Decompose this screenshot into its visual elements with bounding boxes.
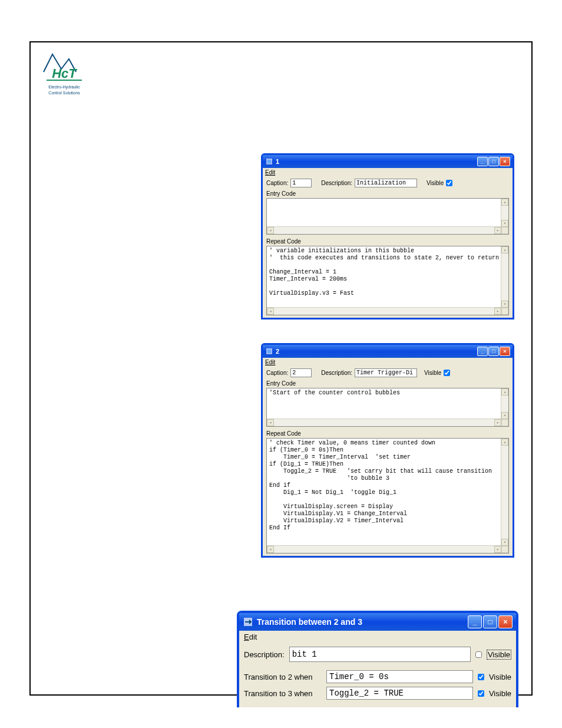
desc-visible-checkbox[interactable]: [475, 651, 482, 658]
minimize-button[interactable]: _: [477, 347, 488, 356]
visible-label: Visible: [424, 370, 441, 376]
svg-text:HcT: HcT: [52, 66, 77, 81]
company-logo: HcT Electro-Hydraulic Control Solutions: [38, 48, 91, 95]
minimize-button[interactable]: _: [468, 615, 482, 628]
state-editor-window-1: 1 _ □ × Edit Caption: Description: Visib…: [261, 153, 514, 319]
scroll-right-icon[interactable]: ▸: [494, 419, 501, 426]
repeat-code-box[interactable]: ' variable initializations in this bubbl…: [266, 246, 509, 315]
transition-3-label: Transition to 3 when: [244, 689, 322, 698]
scroll-left-icon[interactable]: ◂: [267, 308, 274, 315]
scroll-right-icon[interactable]: ▸: [494, 227, 501, 234]
titlebar-2[interactable]: 2 _ □ ×: [263, 345, 513, 358]
scroll-down-icon[interactable]: ▾: [501, 539, 508, 546]
close-button[interactable]: ×: [498, 615, 513, 628]
scroll-left-icon[interactable]: ◂: [267, 227, 274, 234]
scroll-down-icon[interactable]: ▾: [501, 301, 508, 308]
transition-2-input[interactable]: [326, 670, 473, 683]
transition-2-label: Transition to 2 when: [244, 673, 322, 681]
scroll-down-icon[interactable]: ▾: [501, 412, 508, 419]
titlebar-3[interactable]: Transition between 2 and 3 _ □ ×: [239, 613, 516, 631]
transition-editor-window: Transition between 2 and 3 _ □ × Edit De…: [237, 611, 518, 707]
minimize-button[interactable]: _: [477, 157, 488, 166]
description-label: Description:: [321, 370, 352, 376]
window-icon: [265, 347, 273, 355]
window-2-title: 2: [276, 348, 477, 355]
trans3-visible-label: Visible: [489, 689, 511, 698]
visible-checkbox[interactable]: [444, 370, 450, 376]
trans2-visible-label: Visible: [489, 673, 511, 681]
transition-3-input[interactable]: [326, 687, 473, 700]
description-input[interactable]: [355, 179, 417, 187]
description-input[interactable]: [355, 368, 417, 377]
caption-input[interactable]: [290, 179, 312, 187]
page-frame: HcT Electro-Hydraulic Control Solutions …: [29, 41, 533, 696]
desc-visible-label: Visible: [487, 650, 511, 660]
svg-rect-5: [267, 350, 271, 353]
logo-tagline-1: Electro-Hydraulic: [38, 85, 91, 90]
caption-label: Caption:: [266, 370, 288, 376]
description-label: Description:: [321, 180, 352, 186]
window-icon: [243, 617, 253, 627]
entry-code-label: Entry Code: [263, 379, 513, 387]
state-editor-window-2: 2 _ □ × Edit Caption: Description: Visib…: [261, 343, 514, 558]
menu-edit[interactable]: Edit: [263, 168, 513, 177]
description-label: Description:: [244, 650, 285, 659]
repeat-code-label: Repeat Code: [263, 429, 513, 437]
window-1-title: 1: [276, 158, 477, 165]
maximize-button[interactable]: □: [483, 615, 497, 628]
scroll-down-icon[interactable]: ▾: [501, 220, 508, 227]
scroll-up-icon[interactable]: ▴: [501, 388, 508, 396]
trans2-visible-checkbox[interactable]: [478, 674, 484, 680]
maximize-button[interactable]: □: [488, 347, 499, 356]
visible-checkbox[interactable]: [446, 180, 452, 186]
scroll-right-icon[interactable]: ▸: [494, 546, 501, 553]
scroll-up-icon[interactable]: ▴: [501, 246, 508, 253]
scroll-right-icon[interactable]: ▸: [494, 308, 501, 315]
menu-edit[interactable]: Edit: [239, 631, 516, 643]
repeat-code-box[interactable]: ' check Timer value, 0 means timer count…: [266, 438, 509, 554]
caption-input[interactable]: [290, 368, 312, 377]
trans3-visible-checkbox[interactable]: [478, 690, 484, 697]
menu-edit[interactable]: Edit: [263, 358, 513, 367]
logo-tagline-2: Control Solutions: [38, 91, 91, 95]
entry-code-text[interactable]: 'Start of the counter control bubbles: [267, 388, 508, 398]
close-button[interactable]: ×: [500, 347, 510, 356]
caption-label: Caption:: [266, 180, 288, 186]
repeat-code-text[interactable]: ' variable initializations in this bubbl…: [267, 246, 508, 298]
scroll-up-icon[interactable]: ▴: [501, 439, 508, 446]
maximize-button[interactable]: □: [488, 157, 499, 166]
window-3-title: Transition between 2 and 3: [257, 617, 468, 627]
entry-code-text[interactable]: [267, 199, 508, 201]
svg-rect-3: [267, 160, 271, 163]
scroll-up-icon[interactable]: ▴: [501, 199, 508, 206]
description-input[interactable]: [289, 647, 471, 662]
close-button[interactable]: ×: [500, 157, 510, 166]
titlebar-1[interactable]: 1 _ □ ×: [263, 155, 513, 168]
entry-code-box[interactable]: ▴▾ ◂▸: [266, 198, 509, 235]
scroll-left-icon[interactable]: ◂: [267, 419, 274, 426]
window-icon: [265, 157, 273, 166]
entry-code-label: Entry Code: [263, 189, 513, 197]
repeat-code-label: Repeat Code: [263, 237, 513, 245]
scroll-left-icon[interactable]: ◂: [267, 546, 274, 553]
visible-label: Visible: [427, 180, 444, 186]
entry-code-box[interactable]: 'Start of the counter control bubbles ▴▾…: [266, 388, 509, 427]
repeat-code-text[interactable]: ' check Timer value, 0 means timer count…: [267, 439, 508, 533]
